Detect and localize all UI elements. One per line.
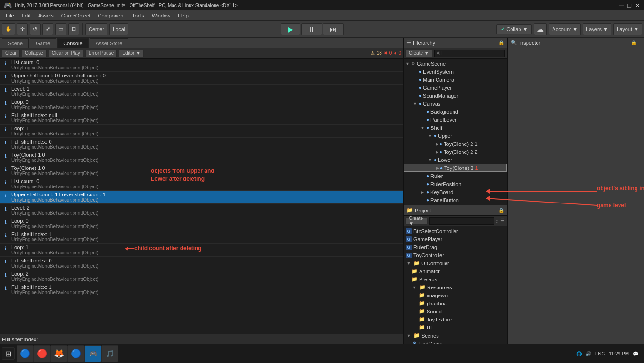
project-search-input[interactable] bbox=[429, 217, 494, 225]
project-item-resources[interactable]: ▼ 📁 Resources bbox=[404, 283, 507, 291]
hand-tool-button[interactable]: ✋ bbox=[2, 23, 15, 35]
console-row[interactable]: ℹ Loop: 1 UnityEngine.MonoBehaviour:prin… bbox=[0, 244, 403, 257]
hierarchy-item-maincamera[interactable]: ● Main Camera bbox=[404, 76, 507, 84]
hierarchy-create-button[interactable]: Create ▼ bbox=[405, 50, 432, 57]
hierarchy-item-panellever[interactable]: ● PanelLever bbox=[404, 116, 507, 124]
project-item-rulerdrag[interactable]: G RulerDrag bbox=[404, 243, 507, 251]
transform-tool-button[interactable]: ⊞ bbox=[68, 23, 79, 35]
project-item-prefabs[interactable]: 📁 Prefabs bbox=[404, 275, 507, 283]
hierarchy-item-lower[interactable]: ▼ ● Lower bbox=[404, 156, 507, 164]
layers-dropdown[interactable]: Layers ▼ bbox=[583, 23, 611, 35]
project-item-btnselectcontroller[interactable]: G BtnSelectController bbox=[404, 227, 507, 235]
console-row[interactable]: ℹ List count: 0 UnityEngine.MonoBehaviou… bbox=[0, 59, 403, 72]
console-row[interactable]: ℹ Full shelf index: 0 UnityEngine.MonoBe… bbox=[0, 138, 403, 151]
taskbar-icon-5[interactable]: 🎮 bbox=[84, 345, 101, 362]
console-row[interactable]: ℹ Loop: 2 UnityEngine.MonoBehaviour:prin… bbox=[0, 270, 403, 283]
minimize-button[interactable]: ─ bbox=[619, 2, 624, 9]
console-row[interactable]: ℹ Loop: 0 UnityEngine.MonoBehaviour:prin… bbox=[0, 217, 403, 230]
rotate-tool-button[interactable]: ↺ bbox=[30, 23, 41, 35]
console-row[interactable]: ℹ Toy(Clone) 1 0 UnityEngine.MonoBehavio… bbox=[0, 164, 403, 177]
menu-window[interactable]: Window bbox=[148, 12, 174, 19]
taskbar-icon-4[interactable]: 🔵 bbox=[67, 345, 84, 362]
hierarchy-item-eventsystem[interactable]: ● EventSystem bbox=[404, 68, 507, 76]
expand-arrow[interactable]: ▶ bbox=[421, 190, 426, 194]
close-button[interactable]: ✕ bbox=[635, 2, 640, 9]
taskbar-icon-2[interactable]: 🔴 bbox=[33, 345, 50, 362]
hierarchy-item-keyboard[interactable]: ▶ ● KeyBoard bbox=[404, 188, 507, 196]
hierarchy-item-gamescene[interactable]: ▼ ⚙ GameScene bbox=[404, 59, 507, 68]
start-button[interactable]: ⊞ bbox=[2, 347, 15, 360]
hierarchy-item-rulerposition[interactable]: ● RulerPosition bbox=[404, 180, 507, 188]
hierarchy-item-soundmanager[interactable]: ● SoundManager bbox=[404, 92, 507, 100]
sort-icon[interactable]: ↕ bbox=[496, 218, 499, 224]
console-row[interactable]: ℹ Loop: 0 UnityEngine.MonoBehaviour:prin… bbox=[0, 98, 403, 111]
expand-arrow[interactable]: ▼ bbox=[413, 101, 419, 106]
expand-arrow[interactable]: ▼ bbox=[421, 126, 426, 130]
console-row[interactable]: ℹ Full shelf index: 0 UnityEngine.MonoBe… bbox=[0, 257, 403, 270]
console-row[interactable]: ℹ Level: 2 UnityEngine.MonoBehaviour:pri… bbox=[0, 204, 403, 217]
console-row[interactable]: ℹ Full shelf index: null UnityEngine.Mon… bbox=[0, 111, 403, 125]
console-row[interactable]: ℹ List count: 0 UnityEngine.MonoBehaviou… bbox=[0, 177, 403, 191]
console-row[interactable]: ℹ Full shelf index: 1 UnityEngine.MonoBe… bbox=[0, 283, 403, 296]
hierarchy-item-gameplayer[interactable]: ● GamePlayer bbox=[404, 84, 507, 92]
collab-button[interactable]: ✓ Collab ▼ bbox=[496, 24, 532, 34]
taskbar-icon-6[interactable]: 🎵 bbox=[101, 345, 118, 362]
account-dropdown[interactable]: Account ▼ bbox=[549, 23, 581, 35]
menu-assets[interactable]: Assets bbox=[34, 12, 58, 19]
project-item-toycontroller[interactable]: G ToyController bbox=[404, 251, 507, 259]
console-row[interactable]: ℹ Toy(Clone) 1 0 UnityEngine.MonoBehavio… bbox=[0, 151, 403, 164]
console-row-selected[interactable]: ℹ Upper shelf count: 1 Lower shelf count… bbox=[0, 191, 403, 204]
rect-tool-button[interactable]: ▭ bbox=[55, 23, 66, 35]
project-item-animator[interactable]: 📁 Animator bbox=[404, 267, 507, 275]
console-row[interactable]: ℹ Level: 1 UnityEngine.MonoBehaviour:pri… bbox=[0, 85, 403, 98]
hierarchy-item-toyclone21-lower[interactable]: ▶ ● Toy(Clone) 2 1 bbox=[404, 164, 507, 172]
menu-component[interactable]: Component bbox=[94, 12, 128, 19]
tab-console[interactable]: Console bbox=[57, 38, 88, 48]
error-pause-button[interactable]: Error Pause bbox=[85, 50, 117, 57]
notifications-icon[interactable]: 💬 bbox=[633, 351, 638, 356]
project-item-phaohoa[interactable]: 📁 phaohoa bbox=[404, 299, 507, 307]
hierarchy-item-canvas[interactable]: ▼ ● Canvas bbox=[404, 100, 507, 108]
project-item-gameplayer[interactable]: G GamePlayer bbox=[404, 235, 507, 243]
inspector-lock-icon[interactable]: 🔒 bbox=[631, 40, 636, 45]
console-content[interactable]: ℹ List count: 0 UnityEngine.MonoBehaviou… bbox=[0, 59, 403, 334]
tab-asset-store[interactable]: Asset Store bbox=[90, 38, 129, 48]
hierarchy-lock-icon[interactable]: 🔒 bbox=[498, 40, 504, 45]
layout-dropdown[interactable]: Layout ▼ bbox=[613, 23, 642, 35]
scale-tool-button[interactable]: ⤢ bbox=[42, 23, 53, 35]
taskbar-icon-1[interactable]: 🔵 bbox=[17, 345, 33, 362]
project-item-toytexture[interactable]: 📁 ToyTexture bbox=[404, 315, 507, 323]
tab-scene[interactable]: Scene bbox=[2, 38, 29, 48]
expand-arrow[interactable]: ▼ bbox=[428, 134, 434, 138]
hierarchy-item-toyclone22[interactable]: ▶ ● Toy(Clone) 2 2 bbox=[404, 148, 507, 156]
play-button[interactable]: ▶ bbox=[281, 23, 300, 35]
project-item-ui[interactable]: 📁 UI bbox=[404, 323, 507, 331]
local-toggle[interactable]: Local bbox=[109, 23, 128, 35]
hierarchy-item-ruler[interactable]: ● Ruler bbox=[404, 172, 507, 180]
hierarchy-item-toyclone21[interactable]: ▶ ● Toy(Clone) 2 1 bbox=[404, 140, 507, 148]
console-row[interactable]: ℹ Loop: 1 UnityEngine.MonoBehaviour:prin… bbox=[0, 125, 403, 138]
project-item-scenes[interactable]: ▼ 📁 Scenes bbox=[404, 331, 507, 339]
console-row[interactable]: ℹ Upper shelf count: 0 Lower shelf count… bbox=[0, 72, 403, 85]
project-item-sound[interactable]: 📁 Sound bbox=[404, 307, 507, 315]
hierarchy-item-upper[interactable]: ▼ ● Upper bbox=[404, 132, 507, 140]
hierarchy-item-shelf[interactable]: ▼ ● Shelf bbox=[404, 124, 507, 132]
hierarchy-item-panelbutton[interactable]: ● PanelButton bbox=[404, 196, 507, 204]
hierarchy-item-background[interactable]: ● Background bbox=[404, 108, 507, 116]
pause-button[interactable]: ⏸ bbox=[301, 23, 322, 35]
options-icon[interactable]: ☰ bbox=[500, 218, 505, 224]
expand-arrow[interactable]: ▼ bbox=[405, 61, 411, 66]
menu-edit[interactable]: Edit bbox=[18, 12, 34, 19]
cloud-button[interactable]: ☁ bbox=[534, 23, 547, 35]
clear-button[interactable]: Clear bbox=[2, 50, 20, 57]
maximize-button[interactable]: □ bbox=[627, 2, 631, 9]
taskbar-icon-3[interactable]: 🦊 bbox=[50, 345, 67, 362]
project-item-uicontroller[interactable]: ▼ 📁 UIController bbox=[404, 259, 507, 267]
project-lock-icon[interactable]: 🔒 bbox=[498, 208, 504, 213]
move-tool-button[interactable]: ✛ bbox=[17, 23, 28, 35]
menu-file[interactable]: File bbox=[2, 12, 18, 19]
menu-tools[interactable]: Tools bbox=[128, 12, 148, 19]
tab-game[interactable]: Game bbox=[30, 38, 56, 48]
editor-dropdown[interactable]: Editor ▼ bbox=[119, 50, 144, 57]
collapse-button[interactable]: Collapse bbox=[22, 50, 47, 57]
